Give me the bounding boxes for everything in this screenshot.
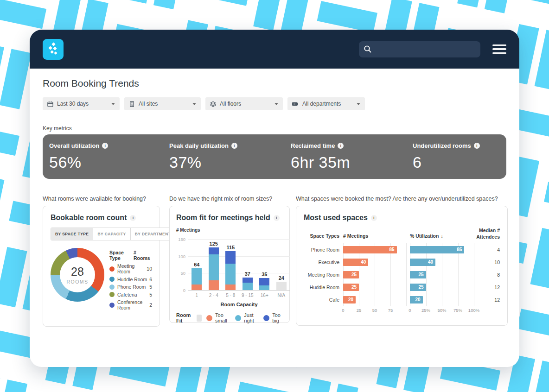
utilization-bar: 85 [410, 246, 464, 253]
col-median-attendees: Median # Attendees [474, 228, 500, 240]
chevron-down-icon [357, 103, 360, 105]
table-row-huddle-room: Huddle Room252512 [304, 281, 500, 293]
row-label: Meeting Room [304, 272, 343, 278]
info-icon[interactable]: i [371, 215, 377, 221]
room-fit-legend: Room Fit Too smallJust rightToo big [176, 312, 283, 323]
meetings-bar: 85 [343, 246, 397, 253]
donut-center: 28 ROOMS [60, 257, 95, 292]
stacked-bar [209, 247, 219, 290]
bar-16+: 35 [256, 272, 273, 290]
info-icon[interactable]: i [474, 143, 480, 149]
robin-logo-icon[interactable] [43, 39, 64, 60]
search-bar[interactable] [359, 41, 480, 57]
filter-label: All floors [220, 101, 269, 107]
card-title: Room fit for meetings held i [176, 214, 283, 222]
stacked-bar [276, 282, 287, 290]
tab-by-space-type[interactable]: BY SPACE TYPE [51, 228, 93, 240]
info-icon[interactable]: i [130, 215, 136, 221]
table-row-executive: Executive404010 [304, 256, 500, 268]
chevron-down-icon [274, 103, 278, 105]
metric-underutilized-rooms: Underutilized roomsi6 [413, 142, 506, 179]
filter-last-30-days[interactable]: Last 30 days [43, 97, 120, 110]
bar-N/A: 24 [273, 275, 290, 290]
bar-1: 64 [188, 262, 205, 290]
meetings-bar: 20 [343, 296, 356, 303]
attendees-value: 12 [474, 285, 500, 290]
legend-value: 2 [149, 302, 152, 308]
metric-overall-utilization: Overall utilizationi56% [49, 142, 169, 179]
metric-value: 6hr 35m [291, 153, 413, 171]
legend-value: 5 [149, 284, 152, 290]
table-row-cafe: Cafe202012 [304, 293, 500, 306]
legend-color-dot [109, 277, 115, 282]
info-icon[interactable]: i [231, 143, 237, 149]
question-bookable: What rooms were available for booking? [43, 196, 146, 202]
menu-icon[interactable] [492, 43, 506, 56]
bar-9-15: 37 [239, 271, 256, 290]
meetings-tick: 25 [357, 308, 362, 313]
tab-by-department[interactable]: BY DEPARTMENT [131, 228, 175, 240]
card-bookable-room-count: Bookable room count i BY SPACE TYPEBY CA… [43, 206, 160, 327]
legend-item-meeting-room: Meeting Room10 [109, 263, 152, 274]
bar-segment-too-small [225, 285, 236, 290]
card-title: Bookable room count i [51, 214, 152, 222]
filter-all-sites[interactable]: All sites [124, 97, 201, 110]
tab-by-capacity[interactable]: BY CAPACITY [93, 228, 130, 240]
x-axis-title: Room Capacity [188, 302, 290, 307]
col-space-types: Space Types [304, 233, 339, 239]
sort-desc-icon: ↓ [440, 233, 443, 239]
tag-icon [292, 101, 299, 107]
bar-segment-too-big [243, 278, 253, 283]
metric-label: Underutilized rooms [413, 142, 471, 149]
bar-5-8: 115 [222, 245, 239, 290]
row-label: Cafe [304, 297, 343, 303]
metric-label: Reclaimed time [291, 142, 335, 149]
filter-all-departments[interactable]: All departments [287, 97, 365, 110]
donut-chart-area: 28 ROOMS Space Type # Rooms Meeting Room… [51, 248, 152, 313]
col-utilization-sort[interactable]: % Utilization ↓ [410, 233, 443, 239]
utilization-bar: 25 [410, 271, 426, 278]
utilization-bar: 25 [410, 284, 426, 291]
col-utilization-label: % Utilization [410, 233, 439, 239]
utilization-tick: 75% [453, 308, 462, 313]
stacked-bar [243, 278, 253, 290]
legend-item-too-small: Too small [206, 312, 230, 323]
card-title-text: Most used spaces [304, 214, 368, 222]
card-room-fit: Room fit for meetings held i # Meetings … [169, 206, 290, 323]
building-icon [129, 101, 135, 107]
metric-reclaimed-time: Reclaimed timei6hr 35m [291, 142, 413, 179]
info-icon[interactable]: i [102, 143, 108, 149]
y-tick-label: 150 [175, 237, 185, 242]
x-tick-label: 5 - 8 [222, 293, 239, 298]
donut-legend: Space Type # Rooms Meeting Room10Huddle … [109, 250, 152, 313]
table-row-phone-room: Phone Room85854 [304, 243, 500, 256]
filter-all-floors[interactable]: All floors [205, 97, 283, 110]
legend-label: Meeting Room [117, 263, 147, 274]
info-icon[interactable]: i [274, 215, 280, 221]
bar-segment-too-small [192, 285, 202, 290]
donut-chart: 28 ROOMS [51, 248, 104, 302]
metric-value: 37% [169, 153, 291, 171]
search-input[interactable] [376, 45, 476, 53]
metric-value: 6 [413, 153, 506, 171]
filter-label: All departments [302, 101, 351, 107]
chevron-down-icon [111, 103, 115, 105]
y-tick-label: 100 [175, 253, 185, 259]
top-navbar [30, 30, 519, 69]
bar-segment-n-a [276, 282, 287, 290]
bar-segment-too-big [209, 247, 219, 254]
utilization-bar: 40 [410, 259, 435, 266]
utilization-bar: 20 [410, 296, 423, 303]
info-icon[interactable]: i [338, 143, 344, 149]
col-meetings: # Meetings [343, 233, 368, 239]
x-tick-label: 2 - 4 [205, 293, 223, 298]
legend-title: Room Fit [176, 312, 193, 323]
bar-segment-just-right [225, 264, 236, 285]
legend-color-dot [235, 315, 241, 321]
key-metrics-label: Key metrics [43, 125, 72, 132]
legend-header-count: # Rooms [134, 250, 152, 261]
bar-segment-just-right [243, 283, 253, 290]
utilization-tick: 25% [421, 308, 430, 313]
utilization-tick: 50% [437, 308, 446, 313]
meetings-bar: 25 [343, 284, 359, 291]
